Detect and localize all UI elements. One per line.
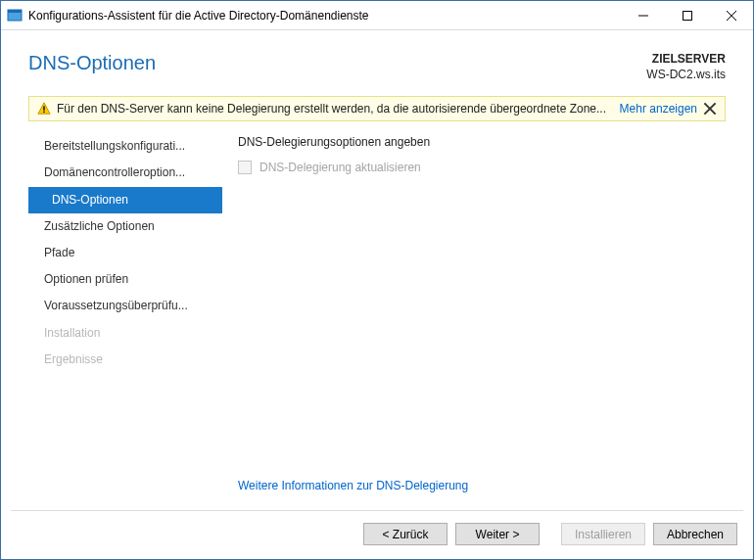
- next-button[interactable]: Weiter >: [455, 523, 540, 545]
- update-dns-delegation-label: DNS-Delegierung aktualisieren: [259, 161, 421, 174]
- sidebar-item-dc-options[interactable]: Domänencontrolleroption...: [28, 160, 222, 186]
- button-bar: < Zurück Weiter > Installieren Abbrechen: [1, 511, 753, 559]
- window-title: Konfigurations-Assistent für die Active …: [28, 9, 621, 23]
- warning-more-link[interactable]: Mehr anzeigen: [620, 102, 697, 116]
- svg-rect-8: [43, 112, 44, 113]
- target-server-block: ZIELSERVER WS-DC2.ws.its: [646, 52, 726, 82]
- close-button[interactable]: [709, 1, 753, 29]
- target-server-value: WS-DC2.ws.its: [646, 68, 726, 83]
- update-dns-delegation-checkbox: [238, 161, 252, 174]
- back-button[interactable]: < Zurück: [363, 523, 448, 545]
- page-title: DNS-Optionen: [28, 52, 156, 74]
- sidebar-item-deployment-config[interactable]: Bereitstellungskonfigurati...: [28, 133, 222, 160]
- svg-rect-1: [8, 10, 22, 13]
- svg-rect-3: [683, 11, 691, 20]
- maximize-button[interactable]: [665, 1, 709, 29]
- sidebar-item-paths[interactable]: Pfade: [28, 240, 222, 266]
- svg-rect-7: [43, 107, 44, 111]
- wizard-steps-sidebar: Bereitstellungskonfigurati... Domänencon…: [28, 131, 222, 496]
- update-dns-delegation-row: DNS-Delegierung aktualisieren: [238, 161, 726, 174]
- sidebar-item-results: Ergebnisse: [28, 347, 222, 373]
- target-server-label: ZIELSERVER: [646, 52, 726, 68]
- main-panel: DNS-Delegierungsoptionen angeben DNS-Del…: [222, 131, 726, 496]
- titlebar: Konfigurations-Assistent für die Active …: [1, 1, 753, 30]
- warning-close-button[interactable]: [703, 102, 717, 116]
- sidebar-item-additional-options[interactable]: Zusätzliche Optionen: [28, 213, 222, 240]
- warning-banner: Für den DNS-Server kann keine Delegierun…: [28, 96, 726, 121]
- app-icon: [7, 8, 23, 23]
- section-heading: DNS-Delegierungsoptionen angeben: [238, 135, 726, 149]
- sidebar-item-dns-options[interactable]: DNS-Optionen: [28, 187, 222, 213]
- window: Konfigurations-Assistent für die Active …: [0, 0, 754, 560]
- more-info-link[interactable]: Weitere Informationen zur DNS-Delegierun…: [238, 473, 726, 496]
- cancel-button[interactable]: Abbrechen: [653, 523, 737, 545]
- sidebar-item-installation: Installation: [28, 320, 222, 347]
- install-button: Installieren: [561, 523, 645, 545]
- warning-icon: [37, 102, 51, 116]
- sidebar-item-review-options[interactable]: Optionen prüfen: [28, 266, 222, 293]
- sidebar-item-prereq-check[interactable]: Voraussetzungsüberprüfu...: [28, 293, 222, 319]
- warning-text: Für den DNS-Server kann keine Delegierun…: [57, 102, 610, 116]
- minimize-button[interactable]: [621, 1, 665, 29]
- header: DNS-Optionen ZIELSERVER WS-DC2.ws.its: [1, 30, 753, 90]
